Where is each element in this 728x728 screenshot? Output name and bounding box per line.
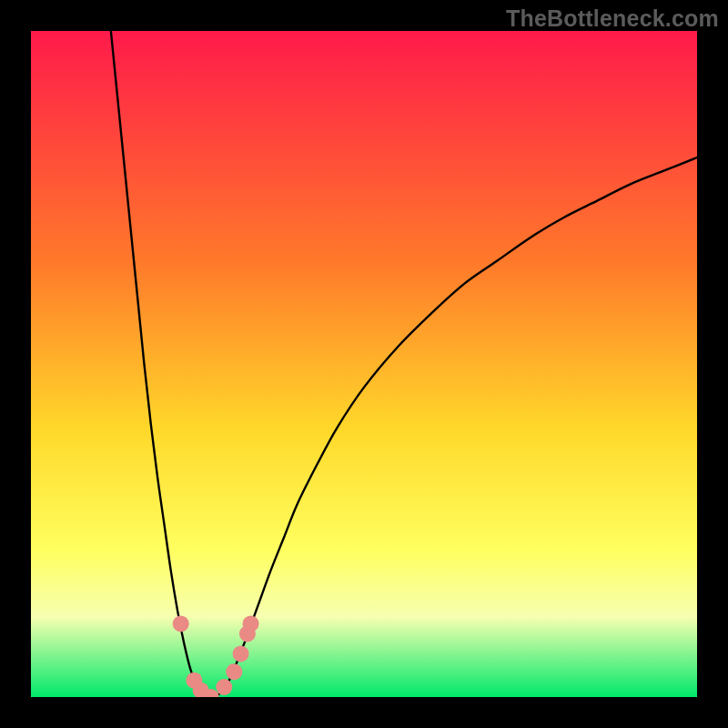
watermark-text: TheBottleneck.com (506, 5, 719, 32)
chart-svg (31, 31, 697, 697)
data-marker (216, 679, 232, 695)
data-marker (173, 615, 189, 632)
gradient-background (31, 31, 697, 697)
data-marker (233, 645, 249, 662)
outer-frame: TheBottleneck.com (0, 0, 728, 728)
chart-area (31, 31, 697, 697)
data-marker (243, 615, 259, 632)
data-marker (226, 663, 242, 680)
